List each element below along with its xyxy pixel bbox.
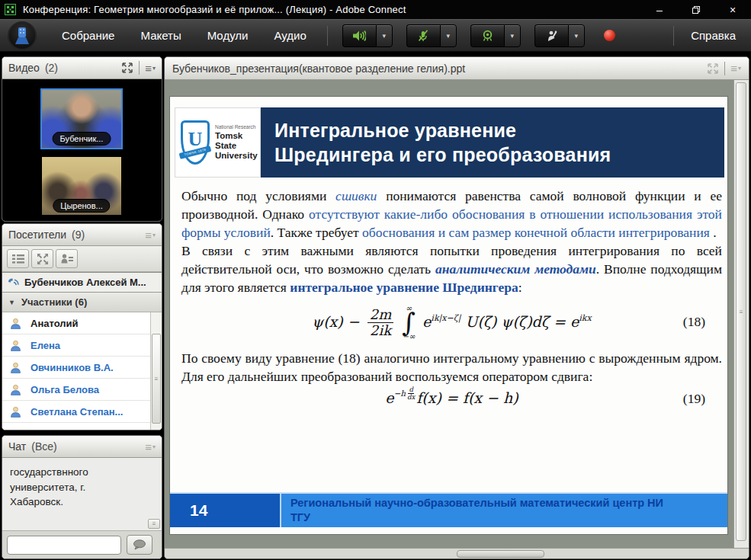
horizontal-scrollbar-thumb[interactable] [457, 550, 544, 558]
chat-message-line: Хабаровск. [10, 494, 154, 510]
paragraph-1: Обычно под условиями сшивки понимаются р… [181, 187, 722, 242]
video-tile-name: Цыренов... [53, 199, 110, 213]
speaker-button[interactable] [342, 24, 376, 47]
attendee-row[interactable]: Анатолий [2, 312, 162, 334]
breakout-view-button[interactable] [31, 249, 53, 268]
user-icon [10, 406, 21, 418]
slide-area: U TOMSK·1878 National Research Tomsk Sta… [165, 80, 733, 548]
slide-footer-text-box: Региональный научно-образовательный мате… [281, 494, 727, 527]
video-tile-name: Бубенчик... [53, 132, 111, 146]
presentation-bottom-bar [165, 548, 749, 559]
menubar-separator [673, 26, 674, 46]
attendee-row[interactable]: Овчинников В.А. [2, 357, 162, 379]
microphone-button-group: ▾ [406, 24, 457, 47]
participants-group-label: Участники (6) [21, 296, 87, 308]
menu-meeting[interactable]: Собрание [49, 29, 127, 42]
tsu-shield-icon: U TOMSK·1878 [181, 120, 210, 165]
attendees-pod-header: Посетители (9) ≡▾ [2, 224, 162, 246]
attendee-row[interactable]: Ольга Белова [2, 379, 162, 401]
paragraph-2: В связи с этим важными являются попытки … [181, 242, 722, 296]
expand-icon[interactable] [707, 62, 719, 75]
equation-number: (18) [683, 313, 705, 331]
window-controls: – × [641, 0, 751, 19]
close-button[interactable]: × [714, 0, 751, 19]
slide-title-band: Интегральное уравнение Шредингера и его … [261, 107, 724, 178]
header-separator [724, 62, 725, 75]
expand-icon[interactable] [121, 62, 133, 74]
scrollbar-thumb[interactable]: ≡ [736, 82, 746, 541]
chat-resize-grip[interactable]: ≡ [148, 519, 160, 529]
host-name: Бубенчиков Алексей М... [24, 277, 146, 288]
webcam-button[interactable] [470, 24, 504, 47]
video-pod: Видео (2) ≡▾ Бубенчик... Цыренов... [2, 56, 162, 222]
presentation-vertical-scrollbar[interactable]: ≡ [733, 80, 749, 548]
slide-header: U TOMSK·1878 National Research Tomsk Sta… [175, 107, 724, 178]
attendee-status-view-button[interactable] [7, 249, 29, 268]
attendees-pod-count: (9) [72, 229, 85, 241]
video-tile-audience[interactable]: Цыренов... [42, 157, 121, 215]
speaker-icon [352, 30, 366, 42]
attendees-scrollbar[interactable]: ≡ [150, 312, 162, 430]
chat-pod: Чат (Все) ≡▾ государствнного университет… [2, 435, 162, 559]
microphone-dropdown[interactable]: ▾ [440, 24, 457, 47]
pod-menu-icon[interactable]: ≡▾ [145, 229, 156, 241]
menu-audio[interactable]: Аудио [261, 29, 319, 42]
menu-layouts[interactable]: Макеты [127, 29, 194, 42]
video-tile-presenter[interactable]: Бубенчик... [40, 88, 123, 149]
chat-scope: (Все) [31, 440, 56, 453]
logo-line: Tomsk [215, 131, 258, 141]
chat-input[interactable] [7, 536, 121, 555]
pod-menu-icon[interactable]: ≡▾ [730, 62, 741, 74]
microphone-button[interactable] [406, 24, 440, 47]
attendee-row[interactable]: Елена [2, 334, 162, 357]
user-icon [10, 384, 21, 395]
attendees-pod: Посетители (9) ≡▾ [2, 223, 162, 430]
attendee-name: Елена [30, 340, 60, 351]
attendee-name: Овчинников В.А. [30, 362, 114, 373]
attendee-name: Анатолий [30, 318, 79, 329]
menubar-separator [327, 26, 328, 46]
minimize-button[interactable]: – [641, 0, 678, 19]
attendee-row[interactable]: Светлана Степан... [2, 401, 162, 423]
equation-number: (19) [683, 390, 705, 408]
video-pod-count: (2) [45, 62, 58, 74]
chat-input-row [2, 531, 162, 558]
scrollbar-thumb[interactable]: ≡ [152, 334, 161, 424]
attendees-list: Анатолий Елена Овчинников В.А. Ольга Бел… [2, 312, 162, 430]
menubar: Собрание Макеты Модули Аудио ▾ ▾ [0, 19, 751, 52]
webcam-dropdown[interactable]: ▾ [504, 24, 521, 47]
raise-hand-button[interactable] [534, 24, 568, 47]
slide-page-number: 14 [170, 494, 281, 527]
menu-pods[interactable]: Модули [194, 29, 262, 42]
slide-text: Обычно под условиями сшивки понимаются р… [181, 187, 722, 409]
equation-19: e−hddxf(x) = f(x − h) (19) [181, 389, 722, 410]
header-separator [139, 61, 140, 75]
window-title: Конференция: Геометрия многообразий и её… [23, 4, 406, 15]
pod-menu-icon[interactable]: ≡▾ [145, 62, 156, 74]
chat-message-line: государствнного [10, 465, 154, 480]
host-row[interactable]: Бубенчиков Алексей М... [2, 272, 162, 293]
paragraph-3: По своему виду уравнение (18) аналогично… [181, 350, 722, 386]
speech-bubble-icon [133, 539, 146, 550]
collapse-triangle-icon[interactable]: ▼ [8, 299, 15, 306]
restore-button[interactable] [678, 0, 714, 19]
raise-hand-dropdown[interactable]: ▾ [568, 24, 585, 47]
speaker-dropdown[interactable]: ▾ [376, 24, 393, 47]
user-icon [10, 362, 21, 373]
attendees-pod-title: Посетители [8, 229, 66, 241]
menu-help[interactable]: Справка [691, 29, 736, 42]
user-icon [10, 318, 21, 329]
slide-title-line: Шредингера и его преобразования [274, 142, 724, 167]
speaker-button-group: ▾ [342, 24, 393, 47]
chat-pod-header: Чат (Все) ≡▾ [2, 436, 162, 458]
phone-icon [7, 277, 20, 288]
video-pod-title: Видео [8, 62, 40, 74]
chat-messages: государствнного университета, г. Хабаров… [2, 458, 162, 531]
video-pod-header: Видео (2) ≡▾ [2, 57, 162, 79]
pod-menu-icon[interactable]: ≡▾ [145, 441, 156, 453]
chat-send-button[interactable] [127, 535, 152, 555]
attendee-options-button[interactable] [56, 249, 78, 268]
participants-group-header[interactable]: ▼ Участники (6) [2, 293, 162, 312]
record-icon[interactable] [604, 30, 615, 41]
adobe-connect-logo-icon [8, 21, 37, 50]
